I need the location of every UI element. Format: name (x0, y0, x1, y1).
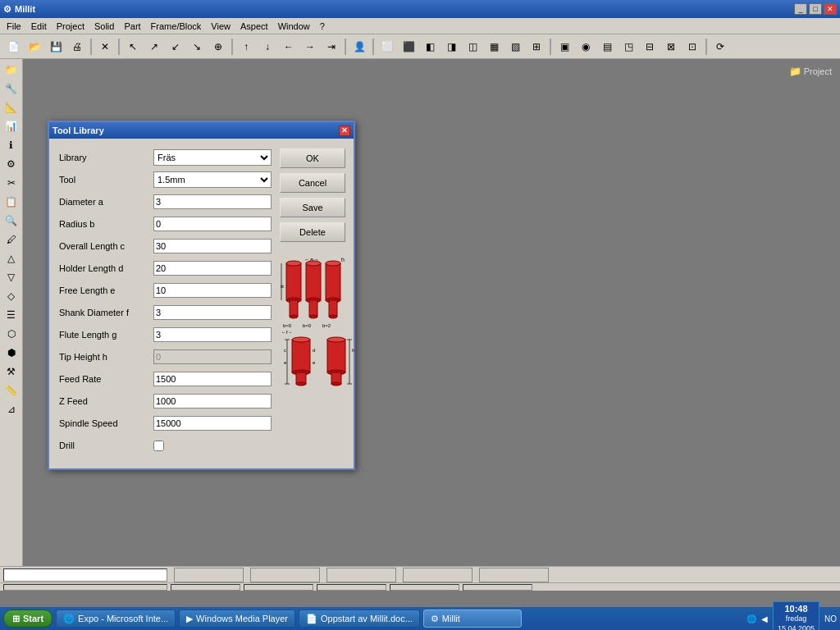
sidebar-icon-2[interactable]: 🔧 (2, 80, 21, 98)
menu-aspect[interactable]: Aspect (235, 21, 273, 32)
menu-window[interactable]: Window (273, 21, 315, 32)
menu-project[interactable]: Project (52, 21, 89, 32)
toolbar-btn6[interactable]: ↑ (236, 38, 256, 56)
menu-view[interactable]: View (206, 21, 235, 32)
sidebar-icon-1[interactable]: 📁 (2, 61, 21, 79)
z-feed-input[interactable] (153, 394, 272, 409)
taskbar-item-millit[interactable]: ⚙ Millit (423, 609, 522, 628)
cancel-button[interactable]: Cancel (280, 173, 345, 193)
sidebar-icon-3[interactable]: 📐 (2, 98, 21, 116)
sidebar-icon-9[interactable]: 🔍 (2, 212, 21, 230)
holder-length-input[interactable] (153, 261, 272, 276)
toolbar-btn12[interactable]: ⬛ (399, 38, 418, 56)
maximize-button[interactable]: □ (809, 3, 822, 15)
toolbar-delete[interactable]: ✕ (95, 38, 115, 56)
toolbar-btn22[interactable]: ◳ (619, 38, 638, 56)
sidebar-icon-14[interactable]: ☰ (2, 306, 21, 324)
toolbar-btn7[interactable]: ↓ (258, 38, 277, 56)
toolbar-user[interactable]: 👤 (349, 38, 369, 56)
sidebar-icon-6[interactable]: ⚙ (2, 155, 21, 173)
toolbar-btn21[interactable]: ▤ (597, 38, 617, 56)
toolbar-btn4[interactable]: ↘ (187, 38, 207, 56)
taskbar-item-expo[interactable]: 🌐 Expo - Microsoft Inte... (56, 609, 176, 628)
toolbar-btn11[interactable]: ⬜ (377, 38, 397, 56)
menu-file[interactable]: File (2, 21, 26, 32)
diameter-input[interactable] (153, 194, 272, 209)
toolbar-btn18[interactable]: ⊞ (527, 38, 546, 56)
svg-point-3 (286, 261, 301, 266)
spindle-speed-input[interactable] (153, 416, 272, 431)
taskbar-item-oppstart[interactable]: 📄 Oppstart av Millit.doc... (299, 609, 420, 628)
toolbar-btn8[interactable]: ← (279, 38, 299, 56)
toolbar-print[interactable]: 🖨 (67, 38, 87, 56)
sidebar-icon-7[interactable]: ✂ (2, 174, 21, 192)
toolbar-btn15[interactable]: ◫ (463, 38, 482, 56)
clock: 10:48 fredag 15.04.2005 (773, 601, 819, 630)
toolbar-btn17[interactable]: ▧ (505, 38, 525, 56)
toolbar-save[interactable]: 💾 (46, 38, 66, 56)
app-title: Millit (15, 4, 35, 14)
menu-edit[interactable]: Edit (26, 21, 52, 32)
toolbar-btn20[interactable]: ◉ (576, 38, 596, 56)
overall-length-input[interactable] (153, 239, 272, 253)
save-button[interactable]: Save (280, 198, 345, 217)
ok-button[interactable]: OK (280, 148, 345, 168)
toolbar-btn1[interactable]: ↖ (123, 38, 143, 56)
drill-checkbox[interactable] (153, 441, 164, 451)
free-length-row: Free Length e (59, 281, 272, 299)
sidebar-icon-17[interactable]: ⚒ (2, 363, 21, 381)
dialog-close-button[interactable]: ✕ (339, 126, 350, 136)
radius-input[interactable] (153, 217, 272, 231)
toolbar-btn26[interactable]: ⟳ (710, 38, 730, 56)
sidebar-icon-8[interactable]: 📋 (2, 193, 21, 211)
toolbar-separator-7 (705, 39, 707, 55)
svg-point-11 (309, 315, 317, 318)
toolbar-btn5[interactable]: ⊕ (208, 38, 228, 56)
sidebar-icon-5[interactable]: ℹ (2, 136, 21, 154)
toolbar-open[interactable]: 📂 (25, 38, 44, 56)
sidebar-icon-16[interactable]: ⬢ (2, 344, 21, 362)
holder-length-label: Holder Length d (59, 263, 153, 273)
toolbar-btn13[interactable]: ◧ (420, 38, 440, 56)
toolbar-btn9[interactable]: → (300, 38, 320, 56)
free-length-input[interactable] (153, 283, 272, 298)
sidebar-icon-4[interactable]: 📊 (2, 117, 21, 135)
svg-text:g: g (280, 285, 284, 288)
start-button[interactable]: ⊞ Start (3, 609, 52, 628)
feed-rate-input[interactable] (153, 372, 272, 386)
toolbar-new[interactable]: 📄 (3, 38, 23, 56)
sidebar-icon-12[interactable]: ▽ (2, 268, 21, 286)
toolbar-btn23[interactable]: ⊟ (640, 38, 660, 56)
menu-part[interactable]: Part (119, 21, 145, 32)
feed-rate-row: Feed Rate (59, 370, 272, 388)
sidebar-icon-10[interactable]: 🖊 (2, 231, 21, 249)
toolbar-btn10[interactable]: ⇥ (322, 38, 341, 56)
sidebar-icon-13[interactable]: ◇ (2, 287, 21, 305)
toolbar-btn24[interactable]: ⊠ (661, 38, 681, 56)
toolbar: 📄 📂 💾 🖨 ✕ ↖ ↗ ↙ ↘ ⊕ ↑ ↓ ← → ⇥ 👤 ⬜ ⬛ ◧ ◨ … (0, 34, 840, 59)
delete-button[interactable]: Delete (280, 222, 345, 242)
flute-length-input[interactable] (153, 327, 272, 342)
tool-select[interactable]: 1.5mm (153, 171, 272, 188)
toolbar-btn19[interactable]: ▣ (555, 38, 574, 56)
toolbar-btn25[interactable]: ⊡ (682, 38, 702, 56)
toolbar-btn3[interactable]: ↙ (166, 38, 185, 56)
close-button[interactable]: ✕ (824, 3, 837, 15)
library-select[interactable]: Fräs (153, 149, 272, 166)
menu-help[interactable]: ? (315, 21, 330, 32)
toolbar-btn14[interactable]: ◨ (441, 38, 461, 56)
taskbar-item-mediaplayer[interactable]: ▶ Windows Media Player (179, 609, 295, 628)
toolbar-btn16[interactable]: ▦ (484, 38, 504, 56)
menu-frameblock[interactable]: Frame/Block (146, 21, 207, 32)
sidebar-icon-15[interactable]: ⬡ (2, 325, 21, 343)
sidebar-icon-19[interactable]: ⊿ (2, 400, 21, 418)
shank-diameter-input[interactable] (153, 305, 272, 320)
status-bar-2 (0, 582, 840, 591)
sidebar-icon-11[interactable]: △ (2, 249, 21, 267)
dialog-titlebar: Tool Library ✕ (49, 122, 354, 139)
minimize-button[interactable]: _ (794, 3, 807, 15)
toolbar-btn2[interactable]: ↗ (144, 38, 164, 56)
status-input[interactable] (3, 568, 167, 582)
sidebar-icon-18[interactable]: 📏 (2, 381, 21, 399)
menu-solid[interactable]: Solid (89, 21, 119, 32)
